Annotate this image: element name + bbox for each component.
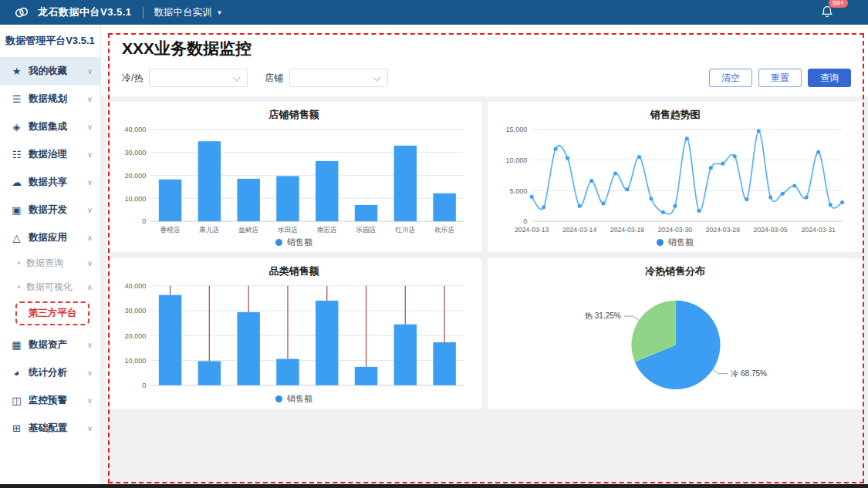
svg-text:2024-03-28: 2024-03-28	[706, 226, 740, 234]
sidebar-item[interactable]: ◈数据集成∨	[0, 113, 100, 140]
svg-text:南宏店: 南宏店	[317, 226, 337, 234]
sidebar-item-label: 数据集成	[29, 120, 67, 133]
chevron-up-icon: ∧	[87, 234, 93, 242]
svg-text:10,000: 10,000	[124, 195, 146, 203]
assets-icon: ▦	[10, 339, 23, 351]
svg-text:红川店: 红川店	[395, 226, 415, 234]
workspace-dropdown[interactable]: 数据中台实训 ▼	[154, 6, 223, 19]
shop-filter: 店铺	[265, 69, 388, 87]
svg-text:40,000: 40,000	[124, 126, 146, 133]
sidebar-item-label: 我的收藏	[29, 65, 67, 78]
svg-text:2024-03-31: 2024-03-31	[802, 226, 836, 234]
chevron-down-icon: ∨	[87, 369, 93, 377]
legend[interactable]: 销售额	[113, 392, 475, 406]
sidebar-title: 数据管理平台V3.5.1	[0, 25, 100, 57]
workspace-label: 数据中台实训	[154, 6, 212, 19]
chevron-down-icon: ∨	[87, 178, 93, 187]
sidebar: 数据管理平台V3.5.1 ★我的收藏∨☰数据规划∨◈数据集成∨☷数据治理∨☁数据…	[0, 25, 101, 484]
integration-icon: ◈	[10, 121, 23, 133]
charts-area: 店铺销售额 010,00020,00030,00040,000香橙店果儿店益鲜店…	[101, 96, 868, 484]
star-icon: ★	[10, 66, 23, 77]
apps-icon: △	[10, 232, 23, 244]
svg-text:15,000: 15,000	[505, 126, 527, 133]
monitor-icon: ◫	[10, 395, 23, 406]
svg-text:5,000: 5,000	[510, 187, 528, 195]
sidebar-item-label: 数据规划	[29, 93, 67, 106]
chart-title: 店铺销售额	[113, 108, 475, 122]
chevron-down-icon	[233, 74, 241, 82]
notification-bell-button[interactable]: 99+	[820, 5, 836, 20]
svg-text:热 31.25%: 热 31.25%	[585, 311, 621, 320]
config-icon: ⊞	[10, 422, 23, 434]
chevron-down-icon: ∨	[87, 150, 93, 159]
svg-text:0: 0	[523, 217, 527, 225]
svg-text:40,000: 40,000	[124, 282, 146, 290]
query-button[interactable]: 查询	[808, 69, 851, 87]
shop-sales-bar-card: 店铺销售额 010,00020,00030,00040,000香橙店果儿店益鲜店…	[106, 102, 481, 252]
chevron-down-icon	[373, 74, 381, 82]
filter-actions: 清空 重置 查询	[709, 69, 851, 87]
sidebar-item-label: 数据资产	[29, 338, 67, 352]
chevron-down-icon: ∨	[87, 424, 93, 432]
layers-icon: ☰	[10, 93, 23, 105]
svg-text:乐园店: 乐园店	[356, 226, 377, 234]
sidebar-item[interactable]: △数据应用∧	[0, 224, 100, 251]
sidebar-item[interactable]: •数据可视化∧	[0, 275, 100, 299]
sidebar-item[interactable]: ★我的收藏∨	[0, 57, 100, 85]
legend-dot-icon	[275, 395, 282, 402]
sidebar-item[interactable]: ▦数据资产∨	[0, 331, 100, 358]
svg-text:10,000: 10,000	[505, 156, 527, 164]
notification-badge: 99+	[829, 0, 848, 8]
brand-logo-icon	[12, 4, 31, 21]
svg-text:益鲜店: 益鲜店	[238, 226, 258, 234]
svg-text:水田店: 水田店	[278, 226, 298, 234]
database-icon: ☷	[10, 149, 23, 160]
svg-text:30,000: 30,000	[124, 149, 146, 156]
caret-down-icon: ▼	[217, 9, 223, 16]
chevron-up-icon: ∧	[87, 283, 93, 291]
svg-text:30,000: 30,000	[124, 307, 146, 315]
clear-button[interactable]: 清空	[709, 69, 752, 87]
legend[interactable]: 销售额	[113, 236, 475, 249]
cold-hot-select[interactable]	[149, 69, 248, 87]
sidebar-item-label: 数据应用	[29, 231, 67, 244]
chart-title: 品类销售额	[113, 264, 475, 278]
chart-title: 冷热销售分布	[494, 264, 856, 278]
svg-text:2024-03-13: 2024-03-13	[515, 226, 549, 234]
sidebar-item[interactable]: ☰数据规划∨	[0, 85, 100, 113]
top-navbar: 龙石数据中台V3.5.1 数据中台实训 ▼ 99+	[0, 0, 868, 25]
sidebar-item[interactable]: ☁数据共享∨	[0, 168, 100, 196]
sidebar-item[interactable]: ◫监控预警∨	[0, 386, 100, 414]
chevron-down-icon: ∨	[87, 206, 93, 214]
sidebar-item-label: 数据开发	[29, 204, 67, 217]
sidebar-item-third-party[interactable]: 第三方平台	[15, 301, 90, 325]
legend-label: 销售额	[287, 237, 312, 248]
sales-trend-line-chart: 05,00010,00015,0002024-03-132024-03-1420…	[494, 123, 856, 236]
sidebar-item[interactable]: ◕统计分析∨	[0, 358, 100, 386]
shop-select[interactable]	[289, 69, 388, 87]
sidebar-item[interactable]: ▣数据开发∨	[0, 196, 100, 224]
svg-text:果儿店: 果儿店	[199, 226, 219, 234]
category-sales-bar-chart: 010,00020,00030,00040,000	[113, 280, 475, 392]
sidebar-item-label: 数据共享	[29, 176, 67, 189]
svg-text:香橙店: 香橙店	[160, 226, 181, 234]
sales-trend-line-card: 销售趋势图 05,00010,00015,0002024-03-132024-0…	[488, 102, 863, 252]
svg-text:冷 68.75%: 冷 68.75%	[731, 369, 767, 378]
svg-text:2024-03-19: 2024-03-19	[610, 226, 644, 234]
sidebar-item-label: 统计分析	[29, 366, 67, 379]
navbar-divider	[143, 7, 144, 19]
filter-band: 冷/热 店铺 清空 重置 查询	[101, 62, 868, 96]
cloud-icon: ☁	[10, 177, 23, 188]
sidebar-item[interactable]: ⊞基础配置∨	[0, 414, 100, 442]
reset-button[interactable]: 重置	[758, 69, 802, 87]
bullet-icon: •	[17, 257, 26, 269]
sidebar-item-label: 数据治理	[29, 148, 67, 161]
legend[interactable]: 销售额	[494, 236, 856, 249]
svg-text:0: 0	[142, 382, 146, 389]
legend-label: 销售额	[287, 393, 312, 405]
sidebar-item-label: 数据可视化	[26, 281, 73, 294]
sidebar-item[interactable]: •数据查询∨	[0, 251, 100, 275]
category-sales-bar-card: 品类销售额 010,00020,00030,00040,000 销售额	[106, 258, 481, 409]
svg-text:20,000: 20,000	[124, 172, 146, 180]
sidebar-item[interactable]: ☷数据治理∨	[0, 140, 100, 168]
